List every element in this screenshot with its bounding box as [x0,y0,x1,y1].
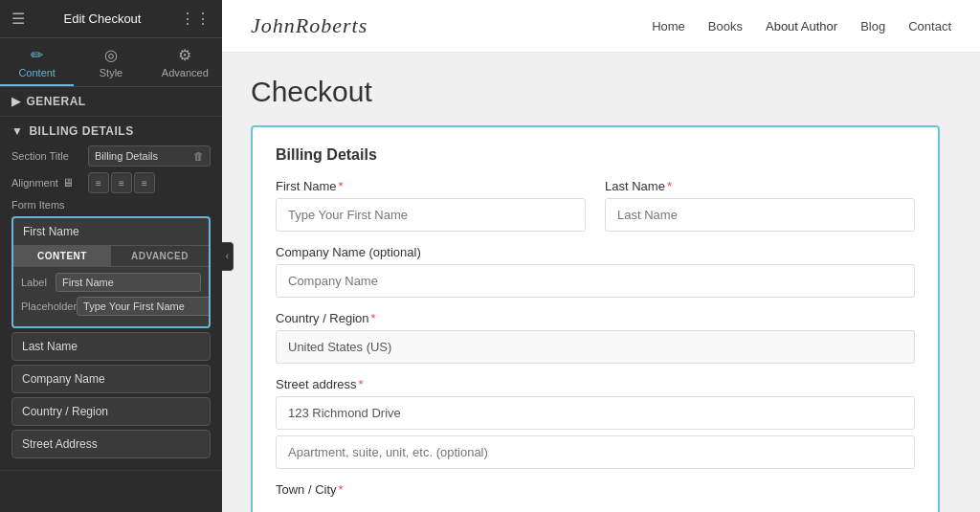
sidebar-title: Edit Checkout [64,11,142,26]
tab-content[interactable]: ✏ Content [0,38,74,86]
checkout-billing-title: Billing Details [276,146,915,164]
top-nav: JohnRoberts Home Books About Author Blog… [222,0,980,53]
nav-links: Home Books About Author Blog Contact [652,17,951,34]
label-field-label: Label [21,277,56,288]
country-field[interactable]: United States (US) [276,330,915,364]
advanced-tab-label: Advanced [162,67,209,78]
first-name-advanced-tab[interactable]: ADVANCED [111,246,209,266]
grid-icon[interactable]: ⋮⋮ [180,10,211,28]
style-tab-label: Style [100,67,122,78]
company-name-form-item[interactable]: Company Name [11,365,211,393]
alignment-label: Alignment 🖥 [11,176,88,189]
section-title-input[interactable]: Billing Details 🗑 [88,145,211,167]
nav-blog[interactable]: Blog [860,19,885,33]
apt-field[interactable] [276,435,915,469]
company-row: Company Name (optional) [276,245,915,298]
label-field-row: Label [21,273,201,292]
last-name-group: Last Name* [605,179,915,232]
first-name-form-item: First Name CONTENT ADVANCED Label Placeh… [11,216,211,328]
first-name-card-header[interactable]: First Name [13,218,209,245]
logo-text: JohnRoberts [251,13,368,37]
country-label: Country / Region* [276,311,915,325]
placeholder-field-row: Placeholder [21,297,201,316]
general-section-header[interactable]: ▶ General [11,95,211,108]
company-name-field[interactable] [276,264,915,298]
sidebar-collapse-handle[interactable]: ‹ [222,242,234,271]
billing-arrow-icon: ▼ [11,124,23,138]
sidebar: ☰ Edit Checkout ⋮⋮ ✏ Content ◎ Style ⚙ A… [0,0,222,512]
page-title: Checkout [251,76,951,108]
last-name-form-item[interactable]: Last Name [11,332,211,361]
section-title-delete-icon[interactable]: 🗑 [193,150,204,162]
tab-advanced[interactable]: ⚙ Advanced [148,38,222,86]
align-right-button[interactable]: ≡ [134,172,155,193]
general-section: ▶ General [0,87,222,117]
first-name-fields: Label Placeholder [13,267,209,326]
town-group: Town / City* [276,482,915,501]
placeholder-field-label: Placeholder [21,301,77,312]
last-name-label: Last Name* [605,179,915,193]
company-name-label: Company Name (optional) [276,245,915,259]
page-content: Checkout Billing Details First Name* Las… [222,53,980,512]
town-label: Town / City* [276,482,915,497]
content-tab-icon: ✏ [31,46,43,64]
form-items-label: Form Items [11,199,211,211]
sidebar-header: ☰ Edit Checkout ⋮⋮ [0,0,222,38]
nav-home[interactable]: Home [652,19,685,33]
sidebar-tabs: ✏ Content ◎ Style ⚙ Advanced [0,38,222,87]
hamburger-icon[interactable]: ☰ [11,10,25,28]
first-name-label: First Name* [276,179,586,193]
last-name-field[interactable] [605,198,915,232]
street-row: Street address* [276,377,915,469]
country-row: Country / Region* United States (US) [276,311,915,364]
main-content: JohnRoberts Home Books About Author Blog… [222,0,980,512]
nav-about-author[interactable]: About Author [766,19,837,33]
first-name-card-tabs: CONTENT ADVANCED [13,245,209,267]
first-name-group: First Name* [276,179,586,232]
style-tab-icon: ◎ [104,46,118,64]
billing-details-section: ▼ Billing Details Section Title Billing … [0,117,222,471]
alignment-monitor-icon: 🖥 [62,176,74,189]
content-tab-label: Content [18,67,56,78]
street-field[interactable] [276,396,915,430]
align-center-button[interactable]: ≡ [111,172,132,193]
checkout-card: Billing Details First Name* Last Name* [251,125,940,512]
first-name-field[interactable] [276,198,586,232]
tab-style[interactable]: ◎ Style [74,38,147,86]
company-name-group: Company Name (optional) [276,245,915,298]
section-title-label: Section Title [11,150,88,162]
street-label: Street address* [276,377,915,391]
section-title-value: Billing Details [95,150,158,162]
site-logo: JohnRoberts [251,13,368,38]
billing-section-header[interactable]: ▼ Billing Details [11,124,211,138]
alignment-row: Alignment 🖥 ≡ ≡ ≡ [11,172,211,193]
alignment-buttons: ≡ ≡ ≡ [88,172,155,193]
nav-books[interactable]: Books [708,19,743,33]
align-left-button[interactable]: ≡ [88,172,109,193]
section-title-row: Section Title Billing Details 🗑 [11,145,211,167]
name-row: First Name* Last Name* [276,179,915,232]
first-name-content-tab[interactable]: CONTENT [13,246,111,266]
advanced-tab-icon: ⚙ [178,46,191,64]
country-region-form-item[interactable]: Country / Region [11,397,211,426]
general-arrow-icon: ▶ [11,95,21,108]
town-row: Town / City* [276,482,915,501]
billing-section-label: Billing Details [29,124,133,138]
label-field-input[interactable] [56,273,201,292]
general-label: General [27,95,86,108]
street-address-form-item[interactable]: Street Address [11,430,211,458]
nav-contact[interactable]: Contact [908,19,951,33]
street-group: Street address* [276,377,915,469]
country-group: Country / Region* United States (US) [276,311,915,364]
placeholder-field-input[interactable] [77,297,211,316]
